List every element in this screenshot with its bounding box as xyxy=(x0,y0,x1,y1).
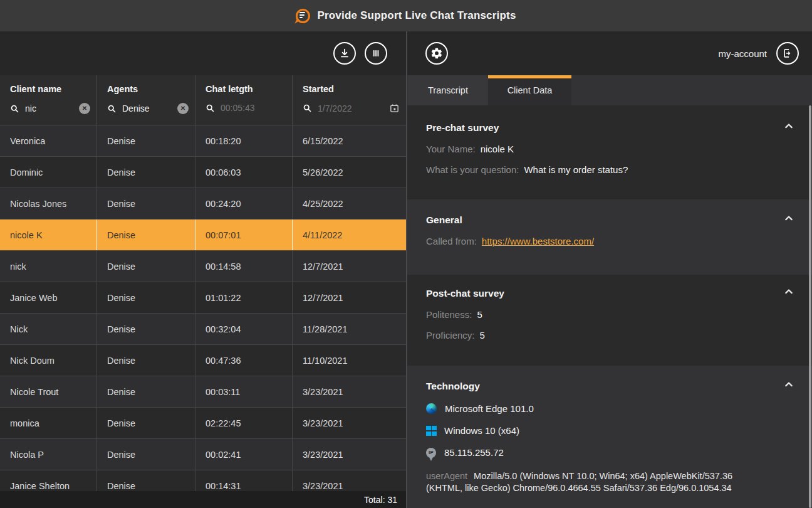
called-from-link[interactable]: https://www.beststore.com/ xyxy=(482,236,594,246)
os-row: Windows 10 (x64) xyxy=(426,425,793,436)
cell-length: 01:01:22 xyxy=(195,282,293,313)
started-filter xyxy=(303,103,400,114)
column-agents: Agents ✕ xyxy=(97,75,195,125)
clear-filter-icon[interactable]: ✕ xyxy=(177,103,189,114)
clear-filter-icon[interactable]: ✕ xyxy=(79,103,90,114)
browser-value: Microsoft Edge 101.0 xyxy=(445,403,534,414)
topbar: Provide Support Live Chat Transcripts xyxy=(0,0,812,31)
section-pre-chat-survey: Pre-chat survey Your Name:nicole K What … xyxy=(407,105,812,199)
table-row[interactable]: Nicola P Denise 00:02:41 3/23/2021 xyxy=(0,439,406,470)
cell-agent: Denise xyxy=(97,439,195,470)
table-footer: Total: 31 xyxy=(0,491,406,508)
collapse-section-button[interactable] xyxy=(783,213,795,225)
cell-started: 4/25/2022 xyxy=(293,188,406,219)
cell-client: Nicole Trout xyxy=(0,376,97,407)
cell-length: 00:18:20 xyxy=(195,125,293,156)
total-count: Total: 31 xyxy=(364,495,397,505)
ip-value: 85.115.255.72 xyxy=(444,447,504,458)
gear-icon xyxy=(430,47,443,60)
table-row[interactable]: Veronica Denise 00:18:20 6/15/2022 xyxy=(0,125,406,157)
field-called-from: Called from:https://www.beststore.com/ xyxy=(426,236,793,246)
transcripts-table: Veronica Denise 00:18:20 6/15/2022 Domin… xyxy=(0,125,406,508)
table-row[interactable]: Janice Web Denise 01:01:22 12/7/2021 xyxy=(0,282,406,314)
agents-filter-input[interactable] xyxy=(122,103,167,114)
started-filter-input[interactable] xyxy=(318,103,380,114)
scrollbar[interactable] xyxy=(809,105,811,508)
cell-started: 11/28/2021 xyxy=(293,314,406,344)
date-picker-button[interactable] xyxy=(389,103,400,114)
cell-length: 00:07:01 xyxy=(195,220,293,250)
section-title: Pre-chat survey xyxy=(426,122,793,134)
search-icon xyxy=(303,103,312,113)
cell-agent: Denise xyxy=(97,125,195,156)
client-data-panel: Pre-chat survey Your Name:nicole K What … xyxy=(407,105,812,508)
cell-started: 3/23/2021 xyxy=(293,439,406,470)
field-label: Your Name: xyxy=(426,144,476,154)
transcripts-toolbar xyxy=(0,31,406,75)
cell-client: Dominic xyxy=(0,157,97,188)
account-toolbar: my-account xyxy=(407,31,812,75)
cell-client: nick xyxy=(0,251,97,282)
logout-button[interactable] xyxy=(776,42,799,65)
chevron-up-icon xyxy=(784,214,794,222)
columns-icon xyxy=(370,47,382,60)
settings-button[interactable] xyxy=(425,42,448,65)
columns-button[interactable] xyxy=(365,42,387,65)
section-technology: Technology Microsoft Edge 101.0 Windows … xyxy=(407,366,812,508)
table-row[interactable]: Nick Denise 00:32:04 11/28/2021 xyxy=(0,314,406,345)
tab-label: Transcript xyxy=(428,85,468,95)
column-label[interactable]: Agents xyxy=(107,84,189,94)
cell-client: monica xyxy=(0,408,97,438)
browser-row: Microsoft Edge 101.0 xyxy=(426,403,793,414)
column-label[interactable]: Chat letgth xyxy=(206,84,286,94)
column-client-name: Client name ✕ xyxy=(0,75,97,125)
table-row[interactable]: Nicolas Jones Denise 00:24:20 4/25/2022 xyxy=(0,188,406,220)
field-value: nicole K xyxy=(481,144,514,154)
column-label[interactable]: Client name xyxy=(10,84,90,94)
collapse-section-button[interactable] xyxy=(783,379,795,391)
collapse-section-button[interactable] xyxy=(783,286,795,299)
field-value: What is my order status? xyxy=(524,164,628,175)
app-title: Provide Support Live Chat Transcripts xyxy=(317,9,516,22)
ip-pin-icon xyxy=(426,448,436,458)
table-row[interactable]: Nick Doum Denise 00:47:36 11/10/2021 xyxy=(0,345,406,376)
field-question: What is your question:What is my order s… xyxy=(426,164,793,175)
cell-length: 00:02:41 xyxy=(195,439,293,470)
chevron-up-icon xyxy=(784,380,794,388)
tab-transcript[interactable]: Transcript xyxy=(408,75,488,105)
field-value: 5 xyxy=(480,330,485,341)
windows-icon xyxy=(426,426,436,436)
chat-length-filter xyxy=(206,103,286,113)
client-name-filter-input[interactable] xyxy=(25,103,70,114)
field-label: What is your question: xyxy=(426,164,519,175)
collapse-section-button[interactable] xyxy=(783,120,795,133)
table-row[interactable]: Nicole Trout Denise 00:03:11 3/23/2021 xyxy=(0,376,406,408)
cell-started: 3/23/2021 xyxy=(293,408,406,438)
cell-agent: Denise xyxy=(97,345,195,376)
panel-divider xyxy=(406,31,407,508)
cell-length: 00:14:58 xyxy=(195,251,293,282)
download-button[interactable] xyxy=(333,42,356,65)
cell-length: 02:22:45 xyxy=(195,408,293,438)
detail-tabbar: Transcript Client Data xyxy=(407,75,812,105)
cell-client: nicole K xyxy=(0,220,97,250)
cell-length: 00:03:11 xyxy=(195,376,293,407)
search-icon xyxy=(206,103,215,113)
section-general: General Called from:https://www.beststor… xyxy=(407,199,812,275)
cell-length: 00:24:20 xyxy=(195,188,293,219)
chevron-up-icon xyxy=(784,287,794,295)
tab-client-data[interactable]: Client Data xyxy=(488,75,571,105)
table-row[interactable]: nick Denise 00:14:58 12/7/2021 xyxy=(0,251,406,282)
section-title: Post-chat survey xyxy=(426,288,793,299)
logout-icon xyxy=(781,47,794,60)
cell-started: 3/23/2021 xyxy=(293,376,406,407)
section-title: Technology xyxy=(426,381,793,392)
cell-started: 4/11/2022 xyxy=(293,220,406,250)
table-row-selected[interactable]: nicole K Denise 00:07:01 4/11/2022 xyxy=(0,220,406,251)
chat-length-filter-input[interactable] xyxy=(221,103,283,113)
field-value: 5 xyxy=(477,309,482,320)
table-row[interactable]: monica Denise 02:22:45 3/23/2021 xyxy=(0,408,406,439)
agents-filter: ✕ xyxy=(107,103,189,114)
column-label[interactable]: Started xyxy=(303,84,400,94)
table-row[interactable]: Dominic Denise 00:06:03 5/26/2022 xyxy=(0,157,406,188)
